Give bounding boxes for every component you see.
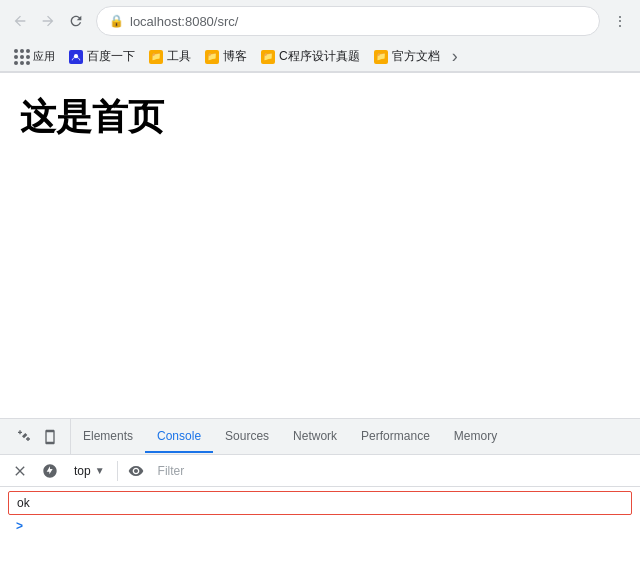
bookmarks-bar: 应用 百度一下 📁 工具 📁 博客 📁 C程序设计真题 📁 官方文档 › (0, 42, 640, 72)
bookmark-official[interactable]: 📁 官方文档 (368, 45, 446, 68)
forward-button[interactable] (36, 9, 60, 33)
bookmark-blog-icon: 📁 (205, 50, 219, 64)
url-display: localhost:8080/src/ (130, 14, 587, 29)
address-bar[interactable]: 🔒 localhost:8080/src/ (96, 6, 600, 36)
bookmark-baidu[interactable]: 百度一下 (63, 45, 141, 68)
context-dropdown-arrow: ▼ (95, 465, 105, 476)
bookmark-cprog-icon: 📁 (261, 50, 275, 64)
more-bookmarks-icon: › (452, 46, 458, 67)
console-output: ok > (0, 487, 640, 578)
console-entry-text: ok (17, 496, 30, 510)
url-path: /src/ (214, 14, 239, 29)
console-prompt[interactable]: > (8, 517, 632, 535)
apps-label: 应用 (33, 49, 55, 64)
tab-memory[interactable]: Memory (442, 421, 509, 453)
more-button[interactable]: ⋮ (608, 9, 632, 33)
clear-console-button[interactable] (8, 459, 32, 483)
toolbar-separator (117, 461, 118, 481)
context-selector[interactable]: top ▼ (68, 462, 111, 480)
page-content: 这是首页 (0, 73, 640, 418)
bookmark-blog-label: 博客 (223, 48, 247, 65)
back-button[interactable] (8, 9, 32, 33)
tab-performance[interactable]: Performance (349, 421, 442, 453)
browser-toolbar: 🔒 localhost:8080/src/ ⋮ (0, 0, 640, 42)
console-entry: ok (8, 491, 632, 515)
apps-button[interactable]: 应用 (8, 46, 61, 68)
bookmark-baidu-label: 百度一下 (87, 48, 135, 65)
reload-button[interactable] (64, 9, 88, 33)
bookmark-tools[interactable]: 📁 工具 (143, 45, 197, 68)
eye-icon-button[interactable] (124, 459, 148, 483)
nav-buttons (8, 9, 88, 33)
filter-input[interactable] (154, 462, 632, 480)
inspect-element-button[interactable] (12, 425, 36, 449)
bookmark-official-label: 官方文档 (392, 48, 440, 65)
bookmark-blog[interactable]: 📁 博客 (199, 45, 253, 68)
bookmark-cprog[interactable]: 📁 C程序设计真题 (255, 45, 366, 68)
devtools-tabs: Elements Console Sources Network Perform… (0, 419, 640, 455)
bookmark-official-icon: 📁 (374, 50, 388, 64)
tab-network[interactable]: Network (281, 421, 349, 453)
bookmark-baidu-icon (69, 50, 83, 64)
filter-toggle-button[interactable] (38, 459, 62, 483)
browser-chrome: 🔒 localhost:8080/src/ ⋮ 应用 百度一下 📁 工具 (0, 0, 640, 73)
tab-console[interactable]: Console (145, 421, 213, 453)
page-heading: 这是首页 (20, 93, 620, 142)
tab-sources[interactable]: Sources (213, 421, 281, 453)
devtools-panel: Elements Console Sources Network Perform… (0, 418, 640, 578)
context-value: top (74, 464, 91, 478)
apps-icon (14, 49, 30, 65)
bookmark-cprog-label: C程序设计真题 (279, 48, 360, 65)
url-protocol: localhost:8080 (130, 14, 214, 29)
lock-icon: 🔒 (109, 14, 124, 28)
bookmark-tools-label: 工具 (167, 48, 191, 65)
device-toolbar-button[interactable] (38, 425, 62, 449)
devtools-icon-group (4, 419, 71, 454)
tab-elements[interactable]: Elements (71, 421, 145, 453)
devtools-toolbar: top ▼ (0, 455, 640, 487)
bookmark-tools-icon: 📁 (149, 50, 163, 64)
